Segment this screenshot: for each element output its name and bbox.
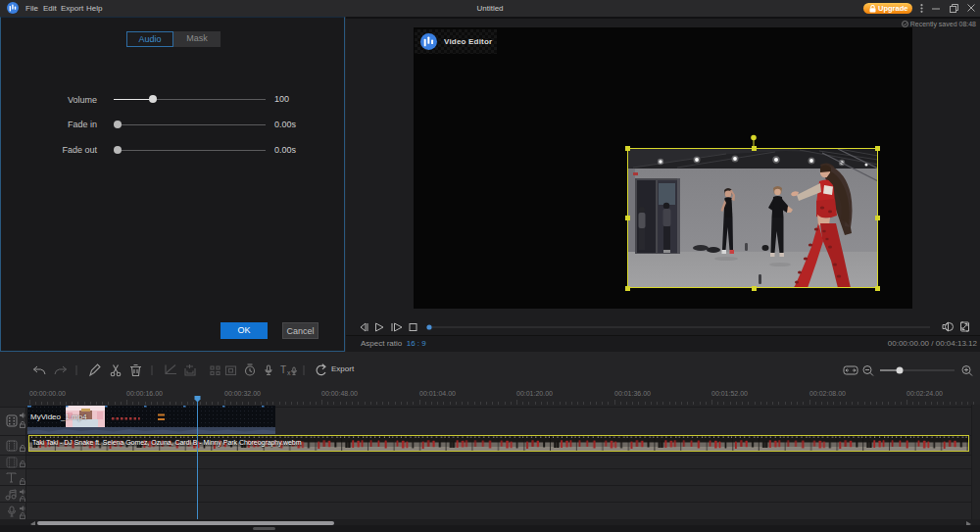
svg-text:T: T <box>280 364 286 375</box>
svg-text:x: x <box>287 369 291 376</box>
